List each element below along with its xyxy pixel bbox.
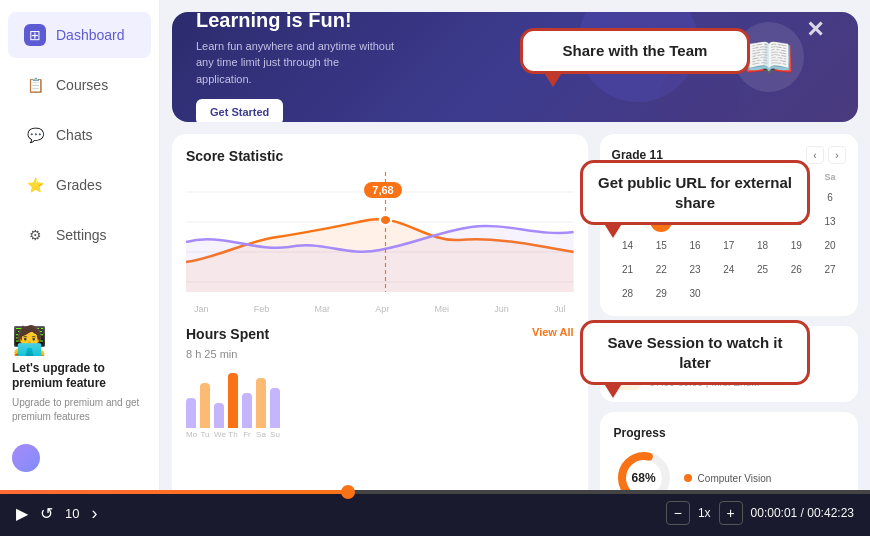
day-th: Th [228, 430, 238, 439]
calendar-nav: ‹ › [806, 146, 846, 164]
hours-header: Hours Spent View All [186, 326, 574, 346]
day-fr: Fr [242, 430, 252, 439]
schedule-info: Calculus 07.30-09.00 | Mrs. End... [650, 363, 760, 388]
hero-text: Learning is Fun! Learn fun anywhere and … [196, 12, 396, 122]
day-mo: Mo [186, 430, 196, 439]
chart-tooltip: 7,68 [364, 182, 401, 198]
main-content: Learning is Fun! Learn fun anywhere and … [160, 0, 870, 490]
replay-button[interactable]: ↺ [40, 504, 53, 523]
schedule-subject: Calculus [650, 363, 760, 377]
play-button[interactable]: ▶ [16, 504, 28, 523]
bar-4 [228, 373, 238, 428]
cal-day-6[interactable]: 6 [819, 186, 841, 208]
sidebar-item-settings[interactable]: ⚙ Settings [8, 212, 151, 258]
day-su: Su [270, 430, 280, 439]
cal-day-19[interactable]: 19 [785, 234, 807, 256]
cal-day-16[interactable]: 16 [684, 234, 706, 256]
progress-card: Progress 68% Computer Vi [600, 412, 858, 490]
month-mar: Mar [315, 304, 331, 314]
video-controls: ▶ ↺ 10 › − 1x + 00:00:01 / 00:42:23 [0, 490, 870, 536]
cal-day-28[interactable]: 28 [616, 282, 638, 304]
month-mei: Mei [435, 304, 450, 314]
sidebar-label-grades: Grades [56, 177, 102, 193]
progress-title: Progress [614, 426, 844, 440]
hero-title: Learning is Fun! [196, 12, 396, 32]
cal-day-23[interactable]: 23 [684, 258, 706, 280]
cal-day-20[interactable]: 20 [819, 234, 841, 256]
sidebar-item-courses[interactable]: 📋 Courses [8, 62, 151, 108]
calendar-title: Grade 11 [612, 148, 663, 162]
cal-header-mo: Mo [645, 170, 677, 184]
cal-next-button[interactable]: › [828, 146, 846, 164]
cal-header-we: We [713, 170, 745, 184]
course-dot [684, 474, 692, 482]
cal-day-1[interactable]: 1 [650, 186, 672, 208]
cal-day-2[interactable]: 2 [684, 186, 706, 208]
cal-day-25[interactable]: 25 [752, 258, 774, 280]
time-display: 00:00:01 / 00:42:23 [751, 506, 854, 520]
cal-day-24[interactable]: 24 [718, 258, 740, 280]
video-progress-bar[interactable] [0, 490, 870, 494]
schedule-time: 07.30-09.00 | Mrs. End... [650, 377, 760, 388]
donut-container: 68% [614, 448, 674, 490]
sidebar-label-dashboard: Dashboard [56, 27, 125, 43]
month-apr: Apr [375, 304, 389, 314]
cal-day-15[interactable]: 15 [650, 234, 672, 256]
cal-day-27[interactable]: 27 [819, 258, 841, 280]
cal-day-12[interactable]: 12 [785, 210, 807, 232]
cal-day-13[interactable]: 13 [819, 210, 841, 232]
cal-day-17[interactable]: 17 [718, 234, 740, 256]
donut-percent: 68% [632, 471, 656, 485]
bar-group-3 [214, 403, 224, 428]
bar-chart [186, 368, 574, 428]
cal-header-sa: Sa [814, 170, 846, 184]
cal-day-29[interactable]: 29 [650, 282, 672, 304]
skip-forward-button[interactable]: › [91, 503, 97, 524]
dashboard-icon: ⊞ [24, 24, 46, 46]
cal-day-3[interactable]: 3 [718, 186, 740, 208]
cal-day-9[interactable]: 9 [684, 210, 706, 232]
month-jan: Jan [194, 304, 209, 314]
course-name: Computer Vision [698, 473, 772, 484]
cal-day-5[interactable]: 5 [785, 186, 807, 208]
hero-subtitle: Learn fun anywhere and anytime without a… [196, 38, 396, 88]
hero-illustration: 📖 ✕ [734, 22, 834, 112]
sidebar-item-chats[interactable]: 💬 Chats [8, 112, 151, 158]
sidebar-label-courses: Courses [56, 77, 108, 93]
bar-2 [200, 383, 210, 428]
svg-point-5 [380, 215, 391, 225]
sidebar-item-grades[interactable]: ⭐ Grades [8, 162, 151, 208]
cal-day-21[interactable]: 21 [616, 258, 638, 280]
cal-day-26[interactable]: 26 [785, 258, 807, 280]
cal-day-18[interactable]: 18 [752, 234, 774, 256]
score-card: Score Statistic [172, 134, 588, 490]
cal-day-4[interactable]: 4 [752, 186, 774, 208]
cal-day-10[interactable]: 10 [718, 210, 740, 232]
avatar [12, 444, 40, 472]
view-all-link[interactable]: View All [532, 326, 574, 338]
cal-day-30[interactable]: 30 [684, 282, 706, 304]
cal-day-8[interactable]: 8 [650, 210, 672, 232]
bar-3 [214, 403, 224, 428]
volume-minus-button[interactable]: − [666, 501, 690, 525]
get-started-button[interactable]: Get Started [196, 99, 283, 122]
cal-day-14[interactable]: 14 [616, 234, 638, 256]
bar-group-5 [242, 393, 252, 428]
sidebar-upgrade: 🧑‍💻 Let's upgrade to premium feature Upg… [0, 312, 159, 444]
video-progress-thumb[interactable] [341, 485, 355, 499]
cal-day-22[interactable]: 22 [650, 258, 672, 280]
volume-plus-button[interactable]: + [719, 501, 743, 525]
bar-group-7 [270, 388, 280, 428]
cal-day-7[interactable]: 7 [616, 210, 638, 232]
cal-prev-button[interactable]: ‹ [806, 146, 824, 164]
bar-7 [270, 388, 280, 428]
bar-group-6 [256, 378, 266, 428]
sidebar-label-settings: Settings [56, 227, 107, 243]
calendar-grid: Su Mo Tu We Th Fr Sa 1 2 3 4 5 6 [612, 170, 846, 304]
bar-group-4 [228, 373, 238, 428]
score-title: Score Statistic [186, 148, 574, 164]
chart-months: Jan Feb Mar Apr Mei Jun Jul [186, 304, 574, 314]
grades-icon: ⭐ [24, 174, 46, 196]
sidebar-item-dashboard[interactable]: ⊞ Dashboard [8, 12, 151, 58]
cal-day-11[interactable]: 11 [752, 210, 774, 232]
